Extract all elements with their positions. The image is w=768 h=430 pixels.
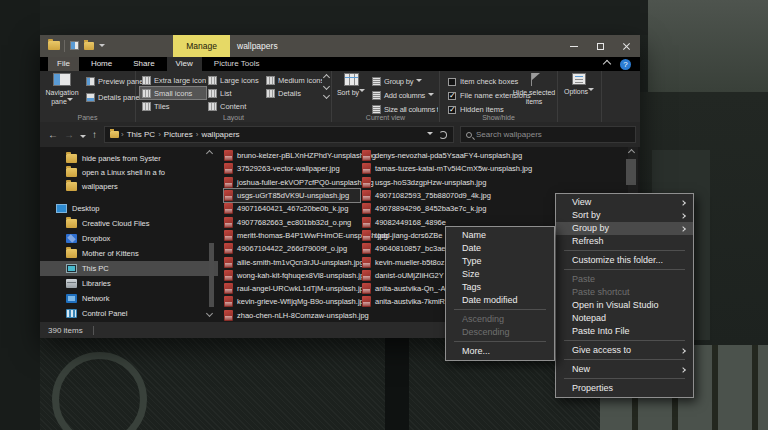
- tab-file[interactable]: File: [48, 57, 79, 71]
- file-item[interactable]: 49067104422_266d79009f_o.jpg: [224, 242, 360, 255]
- layout-option-medium-icons[interactable]: Medium icons: [264, 74, 322, 86]
- search-box[interactable]: [460, 126, 636, 143]
- breadcrumb-this-pc[interactable]: This PC: [124, 130, 158, 139]
- maximize-button[interactable]: [586, 35, 614, 57]
- menu-item-date-modified[interactable]: Date modified: [446, 294, 554, 307]
- qat-new-folder-icon[interactable]: [84, 42, 94, 50]
- details-pane-button[interactable]: Details pane: [86, 93, 140, 102]
- sidebar-item-creative-cloud-files[interactable]: Creative Cloud Files: [40, 216, 218, 231]
- size-all-columns-to-fit-button[interactable]: Size all columns to fit: [372, 105, 438, 114]
- refresh-icon[interactable]: [439, 131, 447, 139]
- menu-item-notepad[interactable]: Notepad: [556, 312, 693, 325]
- file-item[interactable]: meritt-thomas-B4P1WwFHmOE-unsplash.jpg: [224, 229, 360, 242]
- navigation-pane-button[interactable]: Navigation pane: [42, 73, 82, 106]
- hide-selected-items-button[interactable]: Hide selected items: [512, 73, 556, 106]
- sidebar-item-libraries[interactable]: Libraries: [40, 276, 218, 291]
- file-item[interactable]: denys-nevozhai-pda5YsaaFY4-unsplash.jpg: [362, 149, 602, 162]
- layout-option-tiles[interactable]: Tiles: [140, 100, 206, 112]
- sidebar-item-control-panel[interactable]: Control Panel: [40, 306, 218, 321]
- manage-contextual-tab[interactable]: Manage: [173, 35, 230, 57]
- address-bar[interactable]: ›This PC›Pictures›wallpapers: [104, 126, 454, 143]
- file-item[interactable]: wong-kah-kit-fqhuqex8Vl8-unsplash.jpg: [224, 269, 360, 282]
- sidebar-item-open-a-linux-shell-in-a-fo[interactable]: open a Linux shell in a fo: [40, 165, 218, 179]
- menu-item-date[interactable]: Date: [446, 242, 554, 255]
- file-item[interactable]: kevin-grieve-WfIjqMg-B9o-unsplash.jpg: [224, 295, 360, 308]
- group-by-button[interactable]: Group by: [372, 77, 422, 86]
- file-item[interactable]: joshua-fuller-ekVOP7cfPQ0-unsplash.jpg: [224, 176, 360, 189]
- layout-option-details[interactable]: Details: [264, 87, 322, 99]
- menu-item-size[interactable]: Size: [446, 268, 554, 281]
- recent-locations-chevron-icon[interactable]: [80, 130, 86, 145]
- gallery-scroll-up-icon[interactable]: [323, 74, 330, 81]
- tab-view[interactable]: View: [167, 57, 202, 71]
- file-name: raul-angel-URCwkL1dTjM-unsplash.jpg: [237, 284, 368, 293]
- submenu-arrow-icon: [680, 367, 686, 373]
- qat-chevron-down-icon[interactable]: [99, 44, 105, 50]
- up-button[interactable]: ↑: [92, 127, 97, 142]
- menu-item-type[interactable]: Type: [446, 255, 554, 268]
- preview-pane-button[interactable]: Preview pane: [86, 77, 143, 86]
- layout-option-small-icons[interactable]: Small icons: [140, 87, 206, 99]
- layout-option-list[interactable]: List: [206, 87, 264, 99]
- tab-share[interactable]: Share: [124, 57, 163, 71]
- menu-item-new[interactable]: New: [556, 363, 693, 376]
- tab-home[interactable]: Home: [82, 57, 121, 71]
- sidebar-item-dropbox[interactable]: Dropbox: [40, 231, 218, 246]
- help-icon[interactable]: [620, 59, 631, 70]
- menu-item-refresh[interactable]: Refresh: [556, 235, 693, 248]
- checkbox-hidden-items[interactable]: Hidden items: [448, 105, 504, 114]
- address-dropdown-icon[interactable]: [427, 132, 433, 138]
- file-item[interactable]: 37529263-vector-wallpaper.jpg: [224, 162, 360, 175]
- layout-option-content[interactable]: Content: [206, 100, 264, 112]
- file-item[interactable]: 49077682663_ec801bb32d_o.png: [224, 215, 360, 228]
- menu-item-sort-by[interactable]: Sort by: [556, 209, 693, 222]
- file-item[interactable]: 49071640421_467c20be0b_k.jpg: [224, 202, 360, 215]
- breadcrumb-pictures[interactable]: Pictures: [161, 130, 196, 139]
- back-button[interactable]: ←: [48, 127, 58, 142]
- file-item-selected[interactable]: usgs-uGrT85dVK9U-unsplash.jpg: [224, 189, 360, 202]
- menu-item-tags[interactable]: Tags: [446, 281, 554, 294]
- menu-item-group-by[interactable]: Group by: [556, 222, 693, 235]
- sidebar-item-this-pc[interactable]: This PC: [40, 261, 218, 276]
- ribbon-group-current-view: Sort by Group byAdd columnsSize all colu…: [332, 71, 440, 122]
- sidebar-item-hide-panels-from-syster[interactable]: hide panels from Syster: [40, 151, 218, 165]
- menu-item-label: Give access to: [572, 345, 631, 355]
- close-button[interactable]: [612, 35, 640, 57]
- menu-item-customize-this-folder[interactable]: Customize this folder...: [556, 254, 693, 267]
- menu-item-paste-into-file[interactable]: Paste Into File: [556, 325, 693, 338]
- sidebar-item-wallpapers[interactable]: wallpapers: [40, 179, 218, 193]
- layout-option-extra-large-icons[interactable]: Extra large icons: [140, 74, 206, 86]
- menu-item-properties[interactable]: Properties: [556, 382, 693, 395]
- sidebar-scrollbar-thumb[interactable]: [209, 243, 214, 307]
- add-columns-button[interactable]: Add columns: [372, 91, 434, 100]
- file-item[interactable]: raul-angel-URCwkL1dTjM-unsplash.jpg: [224, 282, 360, 295]
- menu-item-open-in-visual-studio[interactable]: Open in Visual Studio: [556, 299, 693, 312]
- tab-picture-tools[interactable]: Picture Tools: [205, 57, 269, 71]
- menu-item-view[interactable]: View: [556, 196, 693, 209]
- file-item[interactable]: tamas-tuzes-katai-mTv5i4CmX5w-unsplash.j…: [362, 162, 602, 175]
- file-item[interactable]: usgs-hoS3dzgpHzw-unsplash.jpg: [362, 176, 602, 189]
- sidebar-item-desktop[interactable]: Desktop: [40, 201, 218, 216]
- file-name: todd-jiang-dcrs6ZBe: [375, 231, 443, 240]
- file-item[interactable]: zhao-chen-nLH-8Comzaw-unsplash.jpg: [224, 309, 360, 322]
- file-item[interactable]: bruno-kelzer-pBLXnHZPhdY-unsplash.jpg: [224, 149, 360, 162]
- menu-item-more[interactable]: More...: [446, 345, 554, 358]
- hide-selected-flag-icon: [528, 73, 541, 86]
- checkbox-item-check-boxes[interactable]: Item check boxes: [448, 77, 518, 86]
- qat-properties-icon[interactable]: [70, 41, 79, 50]
- search-input[interactable]: [476, 130, 630, 139]
- menu-item-name[interactable]: Name: [446, 229, 554, 242]
- file-item[interactable]: allie-smith-tm1vQcn3rJU-unsplash.jpg: [224, 255, 360, 268]
- sort-by-button[interactable]: Sort by: [334, 73, 368, 98]
- list-scrollbar-thumb[interactable]: [626, 159, 636, 185]
- sidebar-item-mother-of-kittens[interactable]: Mother of Kittens: [40, 246, 218, 261]
- gallery-scroll-down-icon[interactable]: [323, 83, 330, 90]
- options-button[interactable]: Options: [560, 73, 598, 97]
- minimize-button[interactable]: [560, 35, 588, 57]
- sidebar-item-network[interactable]: Network: [40, 291, 218, 306]
- layout-option-large-icons[interactable]: Large icons: [206, 74, 264, 86]
- breadcrumb-wallpapers[interactable]: wallpapers: [198, 130, 242, 139]
- list-scroll-up-icon[interactable]: [628, 149, 635, 156]
- gallery-more-icon[interactable]: [323, 92, 330, 99]
- menu-item-give-access-to[interactable]: Give access to: [556, 344, 693, 357]
